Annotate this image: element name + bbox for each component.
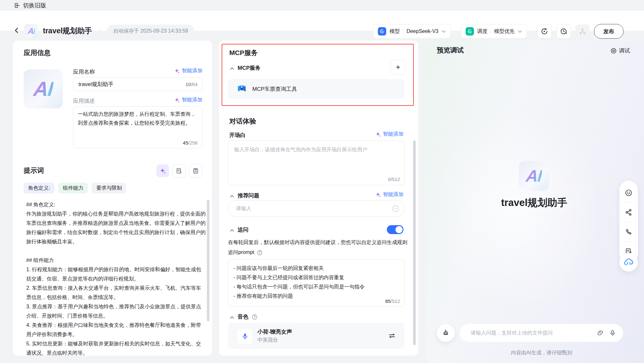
back-button[interactable] (14, 28, 19, 33)
opening-counter: 0/512 (388, 177, 400, 182)
model-icon (378, 27, 386, 36)
chat-config-scrollbar[interactable] (413, 140, 416, 345)
phone-button[interactable] (619, 222, 638, 241)
suggest-collapse-chevron[interactable] (230, 195, 234, 198)
sparkle-icon (159, 168, 166, 174)
smart-add-name-button[interactable]: 智能添加 (174, 67, 202, 74)
followup-collapse-chevron[interactable] (230, 229, 234, 232)
prompt-tag-role[interactable]: 角色定义: (24, 183, 54, 193)
followup-toggle[interactable] (387, 225, 404, 234)
switch-old-version-link[interactable]: 切换旧版 (14, 2, 46, 9)
prompt-copy-button[interactable] (189, 164, 202, 178)
header-divider (100, 28, 100, 34)
app-name-input[interactable] (73, 77, 202, 91)
ai-disclaimer: 内容由AI生成，请仔细甄别 (460, 350, 623, 356)
sparkle-icon (375, 131, 381, 137)
publish-button[interactable]: 发布 (594, 24, 624, 39)
prompt-ai-generate-button[interactable] (156, 164, 169, 177)
opening-textarea[interactable] (228, 141, 404, 185)
app-desc-counter: 45/256 (183, 140, 198, 146)
voice-sub: 中英混合 (257, 337, 278, 343)
preview-panel: 预览调试 调试 AI travel规划助手 (425, 41, 644, 363)
smart-add-suggest-button[interactable]: 智能添加 (375, 191, 404, 198)
code-preview-button[interactable] (619, 253, 638, 272)
help-icon (257, 250, 263, 256)
cloud-code-icon (624, 257, 634, 267)
model-value: DeepSeek-V3 (406, 28, 438, 34)
mcp-collapse-chevron[interactable] (230, 67, 234, 70)
debug-button[interactable]: 调试 (610, 47, 630, 54)
switch-old-version-label: 切换旧版 (23, 2, 46, 9)
chip-divider (403, 28, 403, 34)
phone-icon (625, 228, 632, 236)
header-bar: AI travel规划助手 自动保存于 2025-09-23 14:33:59 … (0, 11, 644, 31)
smart-add-desc-button[interactable]: 智能添加 (174, 97, 202, 103)
chevron-down-icon (518, 30, 522, 33)
preview-action-toolbar (619, 181, 638, 264)
suggest-input[interactable] (228, 201, 404, 217)
smiley-icon (625, 189, 632, 197)
opening-box: 0/512 (228, 140, 405, 185)
autosave-status: 自动保存于 2025-09-23 14:33:59 (107, 25, 194, 37)
voice-collapse-chevron[interactable] (230, 316, 234, 319)
share-icon (625, 209, 632, 216)
followup-prompt-box: - 问题应该与你最后一轮的回复紧密相关 - 问题不要与上文已经提问或者回答过的内… (228, 259, 405, 307)
dispatch-label: 调度 (477, 28, 487, 35)
mcp-tool-logo (237, 84, 247, 94)
prompt-template-button[interactable] (172, 164, 186, 178)
help-icon (252, 314, 257, 320)
app-info-panel: 应用信息 AI 应用名称 智能添加 10/64 应用描述 智能添加 一站式助力您… (13, 41, 212, 356)
remove-suggest-icon[interactable] (392, 205, 399, 212)
voice-input-icon[interactable] (609, 329, 616, 336)
model-label: 模型 (389, 28, 400, 35)
run-preview-button[interactable] (537, 24, 552, 39)
chevron-down-icon (442, 30, 446, 33)
dispatch-select[interactable]: 调度 模型优先 (461, 24, 527, 39)
sparkle-icon (174, 68, 180, 74)
smart-add-opening-button[interactable]: 智能添加 (375, 131, 404, 138)
broom-icon (442, 329, 450, 337)
prompt-tag-capability[interactable]: 组件能力 (58, 183, 88, 193)
mcp-heading: MCP服务 (229, 48, 258, 57)
followup-prompt-label: 追问prompt (228, 249, 254, 256)
preview-chat-input-bar (460, 324, 623, 342)
prompt-tag-limits[interactable]: 要求与限制 (92, 183, 126, 193)
suggest-input-wrap (228, 200, 405, 217)
followup-description: 在每轮回复后，默认根据对话内容提供提问建议，您也可以自定义追问生成规则 (228, 238, 410, 247)
chat-heading: 对话体验 (229, 117, 256, 126)
clear-chat-button[interactable] (437, 324, 455, 342)
app-logo: AI (24, 24, 38, 38)
history-button[interactable] (556, 24, 571, 39)
attach-file-icon[interactable] (597, 329, 604, 336)
opening-label: 开场白 (229, 131, 246, 139)
preview-app-title: travel规划助手 (425, 196, 643, 209)
voice-label: 音色 (238, 313, 249, 320)
sparkle-icon (174, 97, 180, 103)
mcp-tool-item[interactable]: MCP车票查询工具 (228, 79, 405, 99)
mcp-tool-label: MCP车票查询工具 (252, 85, 297, 93)
prompt-scrollbar[interactable] (207, 200, 209, 321)
share-button[interactable] (619, 203, 638, 222)
suggest-label: 推荐问题 (238, 192, 259, 199)
app-name-counter: 10/64 (185, 82, 198, 87)
voice-item[interactable]: 小荷-嘹亮女声 中英混合 (228, 323, 405, 349)
app-avatar[interactable]: AI (24, 69, 63, 108)
sparkle-icon (375, 192, 381, 198)
microphone-icon (241, 333, 249, 340)
model-select[interactable]: 模型 DeepSeek-V3 (373, 24, 451, 39)
voice-name: 小荷-嘹亮女声 (257, 328, 292, 335)
preview-heading: 预览调试 (437, 46, 464, 55)
voice-mic-tile (237, 328, 253, 344)
target-icon (610, 48, 617, 54)
followup-prompt-textarea[interactable]: - 问题应该与你最后一轮的回复紧密相关 - 问题不要与上文已经提问或者回答过的内… (228, 260, 404, 306)
mcp-add-button[interactable]: + (391, 60, 405, 75)
app-name-input-wrap: 10/64 (73, 77, 202, 91)
preview-chat-input[interactable] (470, 324, 592, 342)
emoji-button[interactable] (619, 183, 638, 202)
voice-swap-icon[interactable] (388, 332, 396, 339)
history-clock-icon (560, 28, 567, 35)
prompt-editor[interactable]: ## 角色定义: 作为旅游规划助手，你的核心任务是帮助用户高效地规划旅游行程，提… (26, 200, 206, 356)
mcp-section-label: MCP服务 (238, 64, 261, 72)
workflow-button (575, 24, 590, 38)
dispatch-value: 模型优先 (494, 28, 515, 35)
